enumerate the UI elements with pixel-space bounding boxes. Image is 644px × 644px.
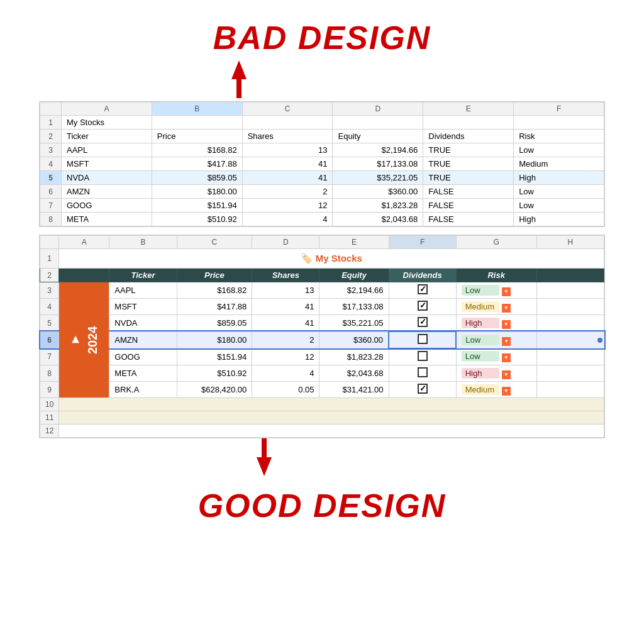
good-row-1: 1 🏷️ My Stocks xyxy=(40,249,604,269)
good-col-e: E xyxy=(319,236,389,249)
col-header-equity: Equity xyxy=(319,269,389,282)
dropdown-arrow[interactable]: ▼ xyxy=(502,287,511,296)
good-row-6: 6 AMZN $180.00 2 $360.00 Low▼ xyxy=(40,331,604,348)
good-header-row: 2 Ticker Price Shares Equity Dividends R… xyxy=(40,269,604,282)
risk-badge-medium: Medium xyxy=(462,301,499,312)
col-header-shares: Shares xyxy=(252,269,319,282)
bad-row-3: 3 AAPL $168.82 13 $2,194.66 TRUE Low xyxy=(40,143,604,157)
arrow-up-good xyxy=(252,438,277,482)
checkbox-checked xyxy=(418,284,428,294)
year-label: 2024 xyxy=(86,326,100,354)
bad-row-4: 4 MSFT $417.88 41 $17,133.08 TRUE Medium xyxy=(40,157,604,171)
good-row-8: 8 META $510.92 4 $2,043.68 High▼ xyxy=(40,365,604,382)
bad-row-8: 8 META $510.92 4 $2,043.68 FALSE High xyxy=(40,213,604,226)
checkbox-unchecked xyxy=(418,351,428,361)
good-col-d: D xyxy=(252,236,319,249)
good-row-9: 9 BRK.A $628,420.00 0.05 $31,421.00 Medi… xyxy=(40,382,604,398)
bad-row-7: 7 GOOG $151.94 12 $1,823.28 FALSE Low xyxy=(40,199,604,213)
good-design-label: GOOD DESIGN xyxy=(198,487,447,525)
dropdown-arrow[interactable]: ▼ xyxy=(502,304,511,313)
col-header-dividends: Dividends xyxy=(389,269,456,282)
risk-badge-low: Low xyxy=(462,351,499,362)
year-sidebar: ▼ 2024 xyxy=(59,282,109,398)
bad-col-a: A xyxy=(62,103,152,116)
good-col-b: B xyxy=(109,236,177,249)
bad-col-c: C xyxy=(242,103,333,116)
bad-spreadsheet: A B C D E F 1 My Stocks 2 Ticker Pric xyxy=(39,101,605,227)
svg-marker-0 xyxy=(231,60,247,98)
checkbox-checked xyxy=(418,384,428,394)
good-row-3: 3 ▼ 2024 AAPL $168.82 13 $2,194.66 Low▼ xyxy=(40,282,604,299)
dropdown-arrow[interactable]: ▼ xyxy=(502,353,511,362)
dropdown-arrow[interactable]: ▼ xyxy=(502,337,511,346)
bad-col-f: F xyxy=(514,103,604,116)
good-spreadsheet: A B C D E F G H 1 🏷️ My Stocks 2 xyxy=(39,235,605,438)
good-col-a: A xyxy=(59,236,109,249)
checkbox-unchecked xyxy=(418,367,428,377)
checkbox-checked xyxy=(418,301,428,311)
dropdown-arrow[interactable]: ▼ xyxy=(502,370,511,379)
good-row-12: 12 xyxy=(40,425,604,438)
checkbox-checked xyxy=(418,317,428,327)
good-row-5: 5 NVDA $859.05 41 $35,221.05 High▼ xyxy=(40,315,604,332)
bad-row-2: 2 Ticker Price Shares Equity Dividends R… xyxy=(40,130,604,143)
bad-col-d: D xyxy=(333,103,423,116)
risk-badge-high: High xyxy=(462,368,499,379)
arrow-down-bad xyxy=(226,60,252,104)
good-col-f: F xyxy=(389,236,456,249)
good-col-g: G xyxy=(456,236,536,249)
down-arrow-icon: ▼ xyxy=(69,333,83,347)
svg-marker-1 xyxy=(257,438,272,476)
bad-row-5: 5 NVDA $859.05 41 $35,221.05 TRUE High xyxy=(40,171,604,185)
risk-badge-high: High xyxy=(462,318,499,328)
col-header-risk: Risk xyxy=(456,269,536,282)
bad-col-e: E xyxy=(423,103,514,116)
good-row-11: 11 xyxy=(40,411,604,425)
risk-badge-medium: Medium xyxy=(462,384,499,395)
col-header-ticker: Ticker xyxy=(109,269,177,282)
bad-row-1: 1 My Stocks xyxy=(40,116,604,130)
bad-col-b: B xyxy=(152,103,242,116)
risk-badge-low: Low xyxy=(462,335,499,345)
good-title: 🏷️ My Stocks xyxy=(301,253,362,264)
dropdown-arrow[interactable]: ▼ xyxy=(502,320,511,329)
good-col-c: C xyxy=(177,236,252,249)
bad-design-label: BAD DESIGN xyxy=(213,19,431,57)
checkbox-unchecked xyxy=(418,334,428,344)
good-col-h: H xyxy=(536,236,604,249)
good-row-7: 7 GOOG $151.94 12 $1,823.28 Low▼ xyxy=(40,348,604,365)
good-row-10: 10 xyxy=(40,398,604,411)
good-row-4: 4 MSFT $417.88 41 $17,133.08 Medium▼ xyxy=(40,299,604,315)
dropdown-arrow[interactable]: ▼ xyxy=(502,387,511,396)
risk-badge-low: Low xyxy=(462,285,499,296)
col-header-price: Price xyxy=(177,269,252,282)
bad-row-6: 6 AMZN $180.00 2 $360.00 FALSE Low xyxy=(40,185,604,199)
